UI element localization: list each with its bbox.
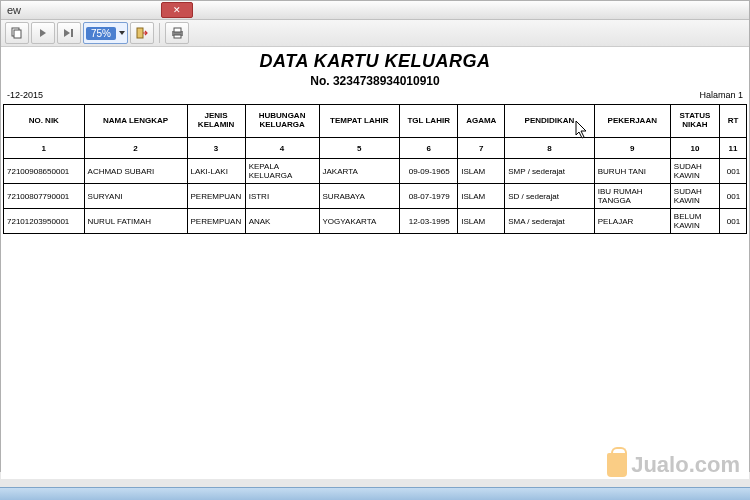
kk-table: NO. NIK NAMA LENGKAP JENIS KELAMIN HUBUN…	[3, 104, 747, 234]
subtitle-prefix: No.	[310, 74, 333, 88]
cell-kelamin: PEREMPUAN	[187, 209, 245, 234]
title-bar: ew ✕	[1, 1, 749, 20]
svg-rect-1	[14, 30, 21, 38]
svg-rect-8	[174, 35, 181, 38]
cell-pekerjaan: PELAJAR	[594, 209, 670, 234]
toolbar-separator	[159, 23, 160, 43]
cell-agama: ISLAM	[458, 159, 505, 184]
report-page: DATA KARTU KELUARGA No. 3234738934010910…	[1, 47, 749, 479]
colnum: 8	[505, 138, 595, 159]
cell-hubungan: ISTRI	[245, 184, 319, 209]
nav-prev-button[interactable]	[31, 22, 55, 44]
col-nama: NAMA LENGKAP	[84, 105, 187, 138]
col-tgl: TGL LAHIR	[400, 105, 458, 138]
table-row: 72100908650001 ACHMAD SUBARI LAKI-LAKI K…	[4, 159, 747, 184]
col-agama: AGAMA	[458, 105, 505, 138]
cell-pekerjaan: IBU RUMAH TANGGA	[594, 184, 670, 209]
triangle-right-bar-icon	[63, 28, 75, 38]
cell-tgl: 09-09-1965	[400, 159, 458, 184]
close-icon: ✕	[173, 5, 181, 15]
copy-button[interactable]	[5, 22, 29, 44]
chevron-down-icon	[119, 31, 125, 35]
colnum: 10	[670, 138, 719, 159]
cell-tempat: YOGYAKARTA	[319, 209, 400, 234]
cell-agama: ISLAM	[458, 184, 505, 209]
cell-nama: NURUL FATIMAH	[84, 209, 187, 234]
cell-tgl: 12-03-1995	[400, 209, 458, 234]
triangle-right-icon	[38, 28, 48, 38]
zoom-selector[interactable]: 75%	[83, 22, 128, 44]
svg-marker-2	[40, 29, 46, 37]
col-pekerjaan: PEKERJAAN	[594, 105, 670, 138]
col-nik: NO. NIK	[4, 105, 85, 138]
table-row: 72100807790001 SURYANI PEREMPUAN ISTRI S…	[4, 184, 747, 209]
cell-kelamin: PEREMPUAN	[187, 184, 245, 209]
cell-pendidikan: SD / sederajat	[505, 184, 595, 209]
colnum: 6	[400, 138, 458, 159]
copy-icon	[11, 27, 23, 39]
printer-icon	[171, 27, 184, 39]
colnum: 3	[187, 138, 245, 159]
cell-pekerjaan: BURUH TANI	[594, 159, 670, 184]
toolbar: 75%	[1, 20, 749, 47]
header-row: NO. NIK NAMA LENGKAP JENIS KELAMIN HUBUN…	[4, 105, 747, 138]
report-date: -12-2015	[7, 90, 43, 100]
col-nikah: STATUS NIKAH	[670, 105, 719, 138]
colnum: 1	[4, 138, 85, 159]
cell-tempat: SURABAYA	[319, 184, 400, 209]
colnum: 7	[458, 138, 505, 159]
cell-tempat: JAKARTA	[319, 159, 400, 184]
cell-nik: 72101203950001	[4, 209, 85, 234]
cell-hubungan: ANAK	[245, 209, 319, 234]
zoom-value: 75%	[86, 27, 116, 40]
colnum: 11	[720, 138, 747, 159]
bag-icon	[607, 453, 627, 477]
cell-kelamin: LAKI-LAKI	[187, 159, 245, 184]
col-hubungan: HUBUNGAN KELUARGA	[245, 105, 319, 138]
cell-nama: ACHMAD SUBARI	[84, 159, 187, 184]
cell-rt: 001	[720, 184, 747, 209]
colnum: 5	[319, 138, 400, 159]
colnum: 4	[245, 138, 319, 159]
cell-hubungan: KEPALA KELUARGA	[245, 159, 319, 184]
header-number-row: 1 2 3 4 5 6 7 8 9 10 11	[4, 138, 747, 159]
cell-agama: ISLAM	[458, 209, 505, 234]
watermark: Jualo.com	[607, 452, 740, 478]
col-pendidikan: PENDIDIKAN	[505, 105, 595, 138]
cell-nik: 72100908650001	[4, 159, 85, 184]
report-subtitle: No. 3234738934010910	[3, 74, 747, 88]
table-row: 72101203950001 NURUL FATIMAH PEREMPUAN A…	[4, 209, 747, 234]
exit-button[interactable]	[130, 22, 154, 44]
kk-number: 3234738934010910	[333, 74, 440, 88]
cell-nama: SURYANI	[84, 184, 187, 209]
cell-nikah: SUDAH KAWIN	[670, 184, 719, 209]
cell-tgl: 08-07-1979	[400, 184, 458, 209]
cell-nik: 72100807790001	[4, 184, 85, 209]
col-tempat: TEMPAT LAHIR	[319, 105, 400, 138]
svg-rect-7	[174, 28, 181, 32]
window-title: ew	[5, 4, 21, 16]
cell-rt: 001	[720, 159, 747, 184]
cell-nikah: BELUM KAWIN	[670, 209, 719, 234]
report-title: DATA KARTU KELUARGA	[3, 51, 747, 72]
cell-nikah: SUDAH KAWIN	[670, 159, 719, 184]
colnum: 2	[84, 138, 187, 159]
page-indicator: Halaman 1	[699, 90, 743, 100]
nav-last-button[interactable]	[57, 22, 81, 44]
cell-rt: 001	[720, 209, 747, 234]
exit-door-icon	[136, 27, 148, 39]
watermark-text: Jualo.com	[631, 452, 740, 478]
col-rt: RT	[720, 105, 747, 138]
cell-pendidikan: SMP / sederajat	[505, 159, 595, 184]
cell-pendidikan: SMA / sederajat	[505, 209, 595, 234]
colnum: 9	[594, 138, 670, 159]
close-button[interactable]: ✕	[161, 2, 193, 18]
taskbar-strip	[0, 487, 750, 500]
svg-rect-4	[71, 29, 73, 37]
print-button[interactable]	[165, 22, 189, 44]
svg-marker-3	[64, 29, 70, 37]
svg-rect-5	[137, 28, 143, 38]
col-kelamin: JENIS KELAMIN	[187, 105, 245, 138]
